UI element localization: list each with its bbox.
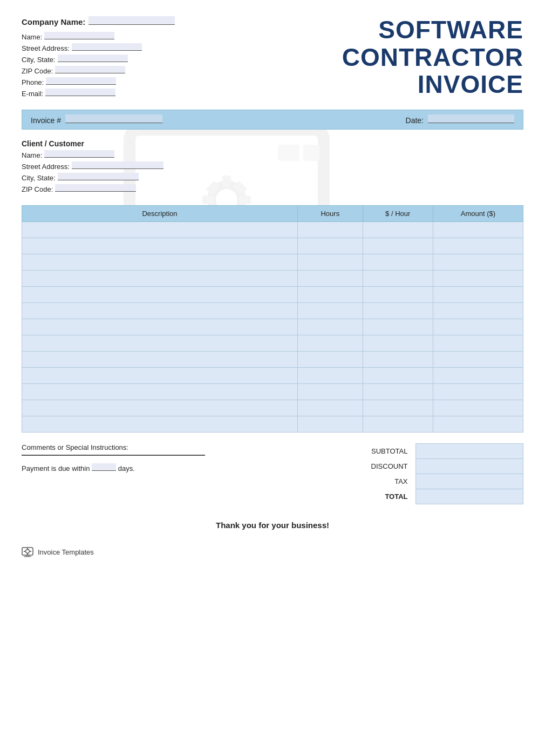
row-rate[interactable] [363,287,433,303]
row-rate[interactable] [363,400,433,416]
zip-field[interactable] [55,66,125,73]
row-amount[interactable] [433,384,523,400]
row-hours[interactable] [297,271,363,287]
row-hours[interactable] [297,368,363,384]
invoice-bar-left: Invoice # [31,114,406,125]
row-amount[interactable] [433,222,523,238]
row-rate[interactable] [363,254,433,271]
row-hours[interactable] [297,352,363,368]
row-description[interactable] [22,400,298,416]
phone-label: Phone: [22,78,44,86]
row-hours[interactable] [297,254,363,271]
row-hours[interactable] [297,287,363,303]
date-field[interactable] [428,114,514,123]
table-row[interactable] [22,222,523,238]
client-zip-field[interactable] [55,184,136,192]
client-street-field[interactable] [72,161,164,169]
phone-row: Phone: [22,77,326,86]
date-label: Date: [406,116,424,125]
row-rate[interactable] [363,222,433,238]
subtotal-value[interactable] [415,444,523,459]
client-name-field[interactable] [44,150,114,158]
row-rate[interactable] [363,271,433,287]
invoice-number-field[interactable] [65,114,162,123]
row-rate[interactable] [363,335,433,352]
row-hours[interactable] [297,416,363,433]
row-rate[interactable] [363,303,433,319]
row-amount[interactable] [433,271,523,287]
table-row[interactable] [22,352,523,368]
name-field[interactable] [44,32,114,39]
row-amount[interactable] [433,352,523,368]
row-rate[interactable] [363,319,433,335]
row-hours[interactable] [297,335,363,352]
row-amount[interactable] [433,400,523,416]
name-label: Name: [22,33,42,41]
row-amount[interactable] [433,238,523,254]
row-description[interactable] [22,303,298,319]
row-description[interactable] [22,254,298,271]
row-amount[interactable] [433,368,523,384]
table-row[interactable] [22,416,523,433]
company-name-field[interactable] [88,16,175,25]
tax-value[interactable] [415,474,523,489]
city-field[interactable] [58,55,128,62]
client-city-field[interactable] [58,173,139,180]
row-rate[interactable] [363,416,433,433]
col-hours: Hours [297,206,363,222]
row-hours[interactable] [297,400,363,416]
client-zip-row: ZIP Code: [22,184,507,193]
email-field[interactable] [45,89,115,96]
row-hours[interactable] [297,303,363,319]
table-row[interactable] [22,319,523,335]
row-amount[interactable] [433,416,523,433]
brand-footer: Invoice Templates [22,546,523,558]
table-row[interactable] [22,335,523,352]
row-amount[interactable] [433,319,523,335]
row-rate[interactable] [363,384,433,400]
phone-field[interactable] [46,77,116,85]
table-row[interactable] [22,368,523,384]
row-hours[interactable] [297,238,363,254]
svg-rect-18 [24,556,31,557]
client-section: Client / Customer Name: Street Address: … [22,139,523,195]
discount-value[interactable] [415,459,523,474]
row-description[interactable] [22,368,298,384]
title-line2: CONTRACTOR [342,44,523,71]
table-row[interactable] [22,303,523,319]
payment-days-field[interactable] [92,463,116,471]
discount-label: DISCOUNT [362,459,415,474]
row-description[interactable] [22,222,298,238]
row-amount[interactable] [433,303,523,319]
row-amount[interactable] [433,335,523,352]
street-field[interactable] [72,43,142,51]
row-description[interactable] [22,287,298,303]
row-rate[interactable] [363,238,433,254]
row-hours[interactable] [297,222,363,238]
row-description[interactable] [22,384,298,400]
row-hours[interactable] [297,384,363,400]
row-amount[interactable] [433,287,523,303]
footer-section: Comments or Special Instructions: Paymen… [22,443,523,504]
table-row[interactable] [22,384,523,400]
row-amount[interactable] [433,254,523,271]
table-row[interactable] [22,254,523,271]
row-description[interactable] [22,271,298,287]
subtotal-row: SUBTOTAL [362,444,523,459]
row-description[interactable] [22,416,298,433]
row-description[interactable] [22,335,298,352]
row-description[interactable] [22,352,298,368]
comments-section: Comments or Special Instructions: Paymen… [22,443,362,473]
row-rate[interactable] [363,368,433,384]
svg-rect-23 [30,551,32,552]
row-description[interactable] [22,238,298,254]
row-description[interactable] [22,319,298,335]
row-rate[interactable] [363,352,433,368]
city-row: City, State: [22,55,326,64]
table-row[interactable] [22,271,523,287]
table-row[interactable] [22,287,523,303]
table-row[interactable] [22,238,523,254]
table-row[interactable] [22,400,523,416]
total-value[interactable] [415,489,523,504]
row-hours[interactable] [297,319,363,335]
